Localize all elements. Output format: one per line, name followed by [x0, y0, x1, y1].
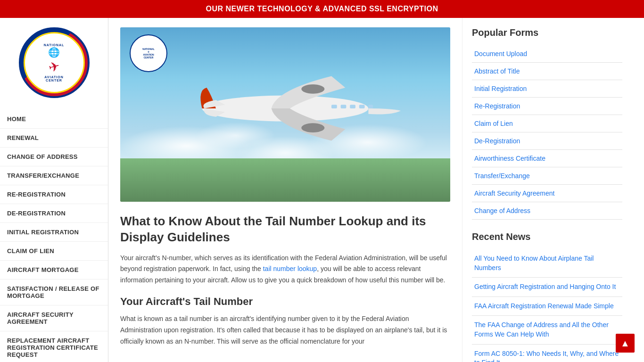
popular-form-link[interactable]: Document Upload [472, 45, 622, 62]
sidebar-nav-item[interactable]: RE-REGISTRATION [0, 185, 108, 204]
popular-form-link[interactable]: Airworthiness Certificate [472, 150, 622, 167]
tail-number-lookup-link[interactable]: tail number lookup [263, 265, 317, 272]
popular-form-item: Document Upload [472, 45, 622, 63]
popular-form-item: Initial Registration [472, 80, 622, 98]
popular-form-link[interactable]: Transfer/Exchange [472, 167, 622, 184]
popular-form-item: Airworthiness Certificate [472, 150, 622, 167]
article-title: What to Know About the Tail Number Looku… [120, 214, 450, 246]
top-banner: OUR NEWER TECHNOLOGY & ADVANCED SSL ENCR… [0, 0, 644, 18]
sidebar-nav-item[interactable]: SATISFACTION / RELEASE OF MORTGAGE [0, 280, 108, 305]
sidebar-nav-item[interactable]: AIRCRAFT SECURITY AGREEMENT [0, 305, 108, 331]
popular-form-item: Transfer/Exchange [472, 167, 622, 185]
svg-rect-3 [331, 105, 337, 108]
sidebar-nav-item[interactable]: HOME [0, 110, 108, 129]
recent-news-item: Form AC 8050-1: Who Needs It, Why, and W… [472, 345, 622, 362]
main-content: NATIONAL✈AVIATIONCENTER What to Know Abo… [108, 18, 462, 362]
sidebar-nav-item[interactable]: CHANGE OF ADDRESS [0, 148, 108, 166]
sidebar-nav-item[interactable]: TRANSFER/EXCHANGE [0, 166, 108, 185]
popular-form-item: Re-Registration [472, 98, 622, 115]
popular-form-item: Abstract of Title [472, 63, 622, 80]
logo-plane-icon: ✈ [47, 58, 61, 76]
hero-plane-svg [170, 62, 401, 155]
sidebar-nav-item[interactable]: CLAIM OF LIEN [0, 242, 108, 261]
popular-forms-list: Document UploadAbstract of TitleInitial … [472, 45, 622, 220]
svg-rect-4 [341, 105, 347, 108]
section-title: Your Aircraft's Tail Number [120, 296, 450, 308]
recent-news-item: FAA Aircraft Registration Renewal Made S… [472, 297, 622, 316]
popular-form-link[interactable]: Change of Address [472, 202, 622, 219]
section-body: What is known as a tail number is an air… [120, 313, 450, 347]
popular-forms-title: Popular Forms [472, 27, 622, 38]
popular-form-link[interactable]: Claim of Lien [472, 115, 622, 132]
recent-news-link[interactable]: All You Need to Know About Airplane Tail… [472, 249, 622, 277]
popular-form-link[interactable]: De-Registration [472, 132, 622, 149]
recent-news-item: All You Need to Know About Airplane Tail… [472, 249, 622, 278]
sidebar-nav-item[interactable]: INITIAL REGISTRATION [0, 223, 108, 242]
svg-point-2 [301, 123, 324, 132]
hero-image: NATIONAL✈AVIATIONCENTER [120, 27, 450, 202]
recent-news-link[interactable]: Getting Aircraft Registration and Hangin… [472, 278, 622, 296]
hero-ground [120, 158, 450, 202]
recent-news-link[interactable]: FAA Aircraft Registration Renewal Made S… [472, 297, 622, 316]
article-intro: Your aircraft's N-number, which serves a… [120, 253, 450, 286]
popular-form-item: Claim of Lien [472, 115, 622, 132]
sidebar: NATIONAL 🌐 ✈ AVIATIONCENTER HOMERENEWALC… [0, 18, 108, 362]
recent-news-list: All You Need to Know About Airplane Tail… [472, 249, 622, 362]
recent-news-title: Recent News [472, 231, 622, 242]
popular-form-item: Change of Address [472, 202, 622, 220]
recent-news-item: The FAA Change of Address and All the Ot… [472, 316, 622, 344]
hero-logo-text: NATIONAL✈AVIATIONCENTER [142, 48, 154, 59]
recent-news-link[interactable]: Form AC 8050-1: Who Needs It, Why, and W… [472, 345, 622, 362]
svg-rect-5 [350, 105, 355, 108]
logo-text-aviation: AVIATIONCENTER [44, 75, 63, 82]
logo-text-national: NATIONAL [44, 43, 65, 47]
scroll-to-top-button[interactable]: ▲ [616, 334, 635, 353]
svg-rect-7 [368, 105, 373, 108]
popular-form-link[interactable]: Initial Registration [472, 80, 622, 97]
sidebar-nav: HOMERENEWALCHANGE OF ADDRESSTRANSFER/EXC… [0, 110, 108, 362]
popular-form-item: Aircraft Security Agreement [472, 185, 622, 202]
banner-text: OUR NEWER TECHNOLOGY & ADVANCED SSL ENCR… [206, 5, 438, 13]
sidebar-nav-item[interactable]: RENEWAL [0, 129, 108, 148]
sidebar-nav-item[interactable]: DE-REGISTRATION [0, 204, 108, 223]
logo-area: NATIONAL 🌐 ✈ AVIATIONCENTER [0, 18, 108, 107]
popular-form-link[interactable]: Abstract of Title [472, 63, 622, 80]
recent-news-item: Getting Aircraft Registration and Hangin… [472, 278, 622, 297]
svg-rect-6 [359, 105, 365, 108]
logo: NATIONAL 🌐 ✈ AVIATIONCENTER [19, 27, 90, 98]
logo-globe-icon: 🌐 [48, 47, 60, 58]
recent-news-link[interactable]: The FAA Change of Address and All the Ot… [472, 316, 622, 344]
popular-form-item: De-Registration [472, 132, 622, 150]
popular-form-link[interactable]: Re-Registration [472, 98, 622, 115]
sidebar-nav-item[interactable]: REPLACEMENT AIRCRAFT REGISTRATION CERTIF… [0, 331, 108, 362]
right-sidebar: Popular Forms Document UploadAbstract of… [462, 18, 632, 362]
svg-point-1 [301, 84, 324, 94]
popular-form-link[interactable]: Aircraft Security Agreement [472, 185, 622, 202]
sidebar-nav-item[interactable]: AIRCRAFT MORTGAGE [0, 261, 108, 280]
hero-logo: NATIONAL✈AVIATIONCENTER [130, 34, 167, 72]
